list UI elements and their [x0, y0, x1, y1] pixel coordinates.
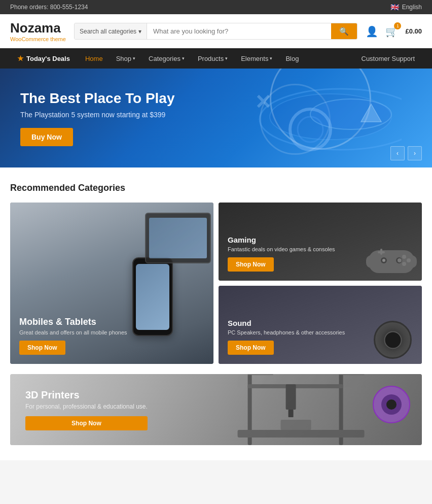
search-button[interactable]: 🔍: [331, 23, 357, 39]
nav-blog-label: Blog: [285, 55, 299, 62]
tablet-screen: [149, 218, 207, 258]
nav-shop[interactable]: Shop ▾: [110, 49, 141, 69]
gaming-desc: Fantastic deals on video games & console…: [228, 246, 413, 252]
section-title-recommended: Recommended Categories: [10, 183, 422, 193]
category-mobiles: Mobiles & Tablets Great deals and offers…: [10, 203, 213, 364]
main-content: Recommended Categories Mobiles & Tablets…: [0, 167, 432, 460]
logo-subtitle: WooCommerce theme: [10, 36, 66, 42]
cart-wrapper[interactable]: 🛒 1: [385, 25, 398, 38]
printers-banner: 3D Printers For personal, professional &…: [10, 374, 422, 445]
svg-rect-24: [288, 410, 293, 417]
mobiles-name: Mobiles & Tablets: [19, 317, 204, 327]
top-bar: Phone orders: 800-555-1234 🇬🇧 English: [0, 0, 432, 14]
hero-content: The Best Place To Play The Playstation 5…: [20, 90, 175, 146]
svg-rect-28: [280, 420, 311, 430]
nav-shop-arrow: ▾: [133, 56, 135, 61]
nav-links: Home Shop ▾ Categories ▾ Products ▾ Elem…: [79, 49, 305, 69]
search-category-label: Search all categories: [80, 28, 136, 35]
svg-text:✕: ✕: [255, 91, 272, 113]
nav-products-arrow: ▾: [225, 56, 228, 61]
nav-products-label: Products: [198, 55, 224, 62]
user-icon[interactable]: 👤: [366, 25, 378, 38]
nav-home[interactable]: Home: [79, 49, 109, 69]
nav-left: ★ Today's Deals Home Shop ▾ Categories ▾…: [10, 48, 305, 69]
navigation: ★ Today's Deals Home Shop ▾ Categories ▾…: [0, 48, 432, 69]
phone-label: Phone orders: 800-555-1234: [10, 4, 88, 11]
mobiles-desc: Great deals and offers on all mobile pho…: [19, 329, 204, 335]
gaming-shop-now-button[interactable]: Shop Now: [228, 257, 274, 272]
svg-rect-25: [237, 430, 364, 438]
nav-elements-arrow: ▾: [270, 56, 272, 61]
nav-support[interactable]: Customer Support: [354, 49, 422, 69]
search-bar: Search all categories ▾ 🔍: [74, 23, 357, 40]
nav-shop-label: Shop: [116, 55, 131, 62]
cart-price: £0.00: [405, 27, 422, 35]
tablet-decoration: [145, 213, 211, 263]
nav-categories-arrow: ▾: [182, 56, 185, 61]
chevron-down-icon: ▾: [138, 28, 141, 35]
categories-grid: Mobiles & Tablets Great deals and offers…: [10, 203, 422, 364]
header-icons: 👤 🛒 1 £0.00: [366, 25, 422, 38]
hero-next-button[interactable]: ›: [408, 146, 422, 160]
spool-svg: [371, 384, 412, 425]
cart-badge: 1: [394, 22, 401, 29]
mobiles-overlay: Mobiles & Tablets Great deals and offers…: [10, 309, 213, 364]
category-sound: Sound PC Speakers, headphones & other ac…: [219, 286, 422, 364]
hero-buy-button[interactable]: Buy Now: [20, 128, 73, 146]
printers-overlay: 3D Printers For personal, professional &…: [25, 374, 148, 445]
nav-products[interactable]: Products ▾: [192, 49, 234, 69]
nav-categories[interactable]: Categories ▾: [142, 49, 191, 69]
logo[interactable]: Nozama WooCommerce theme: [10, 20, 66, 42]
search-category-dropdown[interactable]: Search all categories ▾: [75, 23, 147, 39]
hero-nav-buttons: ‹ ›: [390, 146, 422, 160]
header: Nozama WooCommerce theme Search all cate…: [0, 14, 432, 48]
hero-prev-button[interactable]: ‹: [390, 146, 405, 160]
top-bar-right: 🇬🇧 English: [390, 3, 422, 11]
hero-subtitle: The Playstation 5 system now starting at…: [20, 111, 175, 119]
hero-title: The Best Place To Play: [20, 90, 175, 107]
sound-desc: PC Speakers, headphones & other accessor…: [228, 329, 413, 335]
search-input[interactable]: [147, 23, 331, 39]
category-gaming: Gaming Fantastic deals on video games & …: [219, 203, 422, 281]
flag-icon: 🇬🇧: [390, 3, 399, 11]
svg-point-31: [386, 399, 397, 410]
gaming-overlay: Gaming Fantastic deals on video games & …: [219, 227, 422, 281]
sound-shop-now-button[interactable]: Shop Now: [228, 341, 274, 355]
mobiles-shop-now-button[interactable]: Shop Now: [19, 341, 65, 355]
svg-rect-23: [285, 384, 296, 410]
hero-banner: The Best Place To Play The Playstation 5…: [0, 69, 432, 167]
filament-spool: [371, 384, 412, 425]
nav-deals[interactable]: ★ Today's Deals: [10, 48, 77, 69]
star-icon: ★: [17, 54, 24, 62]
sound-name: Sound: [228, 319, 413, 327]
nav-home-label: Home: [85, 55, 103, 62]
nav-blog[interactable]: Blog: [279, 49, 305, 69]
nav-elements[interactable]: Elements ▾: [235, 49, 278, 69]
sound-overlay: Sound PC Speakers, headphones & other ac…: [219, 311, 422, 364]
printers-desc: For personal, professional & educational…: [25, 403, 148, 410]
nav-deals-label: Today's Deals: [26, 55, 70, 62]
nav-elements-label: Elements: [241, 55, 268, 62]
hero-ps-shape: ✕: [239, 79, 402, 160]
language-label: English: [402, 4, 422, 11]
printers-shop-now-button[interactable]: Shop Now: [25, 416, 148, 430]
gaming-name: Gaming: [228, 236, 413, 244]
nav-categories-label: Categories: [149, 55, 181, 62]
search-icon: 🔍: [339, 27, 349, 36]
printers-name: 3D Printers: [25, 389, 148, 401]
logo-title: Nozama: [10, 20, 66, 36]
